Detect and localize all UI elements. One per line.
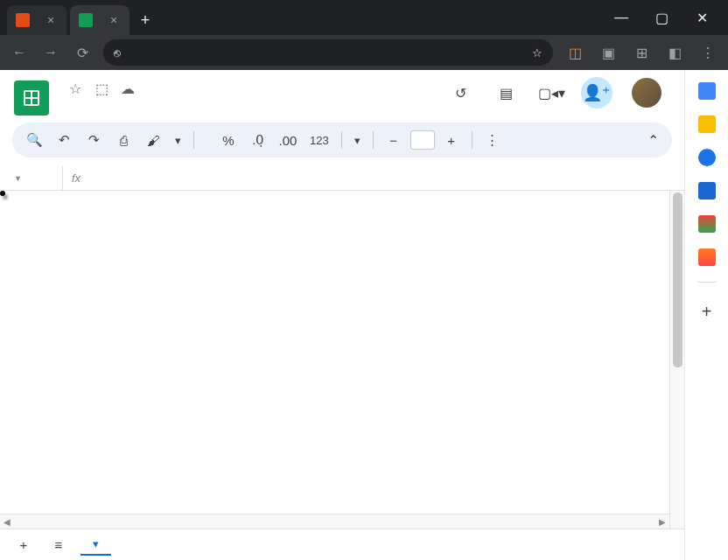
bookmark-icon[interactable]: ☆ (532, 46, 542, 60)
account-avatar[interactable] (632, 78, 662, 108)
new-tab-button[interactable]: + (133, 8, 158, 32)
sheets-logo[interactable] (14, 80, 49, 116)
fx-icon: fx (63, 172, 89, 185)
extensions-icon[interactable]: ⊞ (630, 41, 653, 64)
menu-insert[interactable] (105, 102, 117, 105)
all-sheets-button[interactable]: ≡ (46, 532, 72, 558)
decrease-decimal-button[interactable]: .0̣ (245, 127, 271, 153)
currency-button[interactable] (201, 127, 212, 153)
reload-button[interactable]: ⟳ (72, 42, 93, 63)
side-panel: + (684, 70, 728, 560)
contacts-icon[interactable] (698, 182, 716, 200)
close-icon[interactable]: × (44, 13, 58, 27)
sidepanel-icon[interactable]: ◧ (663, 41, 686, 64)
horizontal-scrollbar[interactable]: ◀ ▶ (0, 514, 669, 528)
menu-edit[interactable] (74, 102, 86, 105)
zoom-select[interactable]: ▾ (170, 127, 186, 153)
forward-button[interactable]: → (40, 42, 61, 63)
search-icon[interactable]: 🔍 (21, 127, 47, 153)
maximize-button[interactable]: ▢ (649, 5, 674, 30)
close-window-button[interactable]: ✕ (690, 5, 714, 30)
menu-view[interactable] (89, 102, 102, 105)
site-settings-icon[interactable]: ⎋ (114, 46, 121, 60)
more-toolbar-icon[interactable]: ⋮ (480, 127, 506, 153)
redo-button[interactable]: ↷ (80, 127, 107, 153)
sheet-tab[interactable]: ▾ (80, 534, 111, 556)
scroll-left-icon[interactable]: ◀ (4, 517, 10, 527)
spreadsheet-grid[interactable] (0, 191, 684, 528)
extension-icon[interactable]: ▣ (597, 41, 620, 64)
star-icon[interactable]: ☆ (66, 80, 84, 97)
close-icon[interactable]: × (107, 13, 121, 27)
get-addons-button[interactable]: + (694, 298, 720, 325)
font-select[interactable]: ▾ (349, 127, 366, 153)
paint-format-button[interactable]: 🖌 (140, 127, 166, 153)
maps-icon[interactable] (698, 215, 716, 233)
name-box[interactable]: ▼ (0, 166, 63, 190)
cloud-icon: ☁ (119, 80, 136, 97)
percent-button[interactable]: % (215, 127, 242, 153)
menu-file[interactable] (58, 102, 70, 105)
more-formats-button[interactable]: 123 (304, 127, 334, 153)
menu-format[interactable] (121, 102, 133, 105)
menu-data[interactable] (136, 102, 149, 105)
extension-icon[interactable]: ◫ (564, 41, 586, 64)
print-button[interactable]: ⎙ (110, 127, 136, 153)
share-button[interactable]: 👤⁺ (581, 77, 612, 108)
meet-icon[interactable]: ▢◂▾ (536, 77, 567, 108)
tab-favicon (16, 13, 30, 27)
format-toolbar: 🔍 ↶ ↷ ⎙ 🖌 ▾ % .0̣ .00 123 ▾ − + ⋮ ⌃ (12, 122, 672, 158)
menu-tools[interactable] (152, 102, 164, 105)
calendar-icon[interactable] (698, 82, 716, 100)
increase-decimal-button[interactable]: .00 (275, 127, 301, 153)
browser-tab[interactable]: × (70, 5, 130, 35)
browser-menu-icon[interactable]: ⋮ (696, 41, 719, 64)
increase-font-button[interactable]: + (438, 127, 465, 153)
menu-bar (58, 102, 436, 105)
decrease-font-button[interactable]: − (381, 127, 407, 153)
annotation-callout (0, 191, 5, 196)
tab-favicon (79, 13, 93, 27)
move-icon[interactable]: ⬚ (93, 80, 110, 97)
minimize-button[interactable]: — (609, 5, 634, 30)
comments-icon[interactable]: ▤ (490, 77, 522, 108)
address-bar[interactable]: ⎋ ☆ (103, 39, 553, 66)
undo-button[interactable]: ↶ (51, 127, 77, 153)
vertical-scrollbar[interactable] (669, 191, 684, 528)
back-button[interactable]: ← (9, 42, 30, 63)
addon-icon[interactable] (698, 248, 716, 266)
tasks-icon[interactable] (698, 149, 716, 166)
browser-tab[interactable]: × (7, 5, 66, 35)
add-sheet-button[interactable]: + (10, 532, 37, 558)
keep-icon[interactable] (698, 116, 716, 133)
collapse-toolbar-icon[interactable]: ⌃ (642, 130, 663, 150)
scroll-right-icon[interactable]: ▶ (659, 517, 666, 527)
font-size-input[interactable] (410, 130, 435, 150)
menu-more[interactable] (168, 102, 180, 105)
history-icon[interactable]: ↺ (444, 77, 476, 108)
